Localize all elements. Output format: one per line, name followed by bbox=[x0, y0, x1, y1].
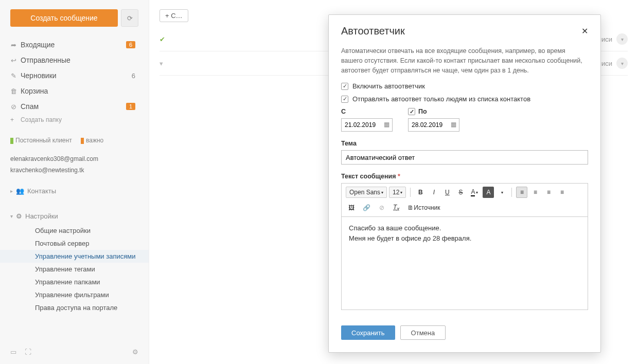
folder-list: ➦ Входящие 6 ↩ Отправленные ✎ Черновики … bbox=[0, 33, 149, 134]
source-button[interactable]: 🗎 Источник bbox=[405, 202, 442, 213]
bg-color-icon: A bbox=[486, 189, 490, 196]
chevron-down-icon: ▾ bbox=[10, 213, 13, 219]
tag-dot-icon bbox=[81, 138, 84, 144]
date-to-label-row: По bbox=[408, 108, 459, 115]
bg-color-dropdown[interactable]: ▾ bbox=[496, 187, 507, 198]
arrow-right-icon: ➦ bbox=[9, 41, 17, 49]
account-item[interactable]: elenakravcenko308@gmail.com bbox=[10, 153, 138, 165]
close-icon: ✕ bbox=[581, 27, 588, 35]
bg-color-button[interactable]: A bbox=[483, 187, 494, 198]
calendar-icon[interactable]: ▦ bbox=[451, 121, 456, 128]
contacts-only-label: Отправлять автоответ только людям из спи… bbox=[352, 95, 530, 103]
contacts-section-toggle[interactable]: ▸ 👥 Контакты bbox=[0, 183, 149, 199]
folder-trash[interactable]: 🗑 Корзина bbox=[0, 83, 149, 99]
account-item[interactable]: kravchenko@newtesting.tk bbox=[10, 165, 138, 176]
align-right-button[interactable]: ≡ bbox=[543, 187, 554, 198]
editor-toolbar: Open Sans ▾ 12 ▾ B I U S A▾ A▾ ≡ ≡ ≡ ≡ bbox=[342, 184, 588, 217]
folder-label: Входящие bbox=[21, 41, 126, 49]
gear-icon[interactable]: ⚙ bbox=[132, 348, 138, 356]
link-button[interactable]: 🔗 bbox=[360, 202, 373, 213]
folder-inbox[interactable]: ➦ Входящие 6 bbox=[0, 37, 149, 52]
enable-autoresponder-checkbox[interactable] bbox=[341, 83, 348, 90]
folder-drafts[interactable]: ✎ Черновики 6 bbox=[0, 68, 149, 83]
refresh-button[interactable]: ⟳ bbox=[121, 9, 138, 27]
settings-item-mailserver[interactable]: Почтовый сервер bbox=[0, 237, 149, 250]
bold-button[interactable]: B bbox=[415, 187, 426, 198]
settings-item-access[interactable]: Права доступа на портале bbox=[0, 301, 149, 314]
link-icon: 🔗 bbox=[363, 204, 370, 211]
chevron-right-icon: ▸ bbox=[10, 188, 13, 194]
caret-down-icon: ▾ bbox=[381, 190, 383, 195]
settings-item-tags[interactable]: Управление тегами bbox=[0, 263, 149, 276]
cancel-button[interactable]: Отмена bbox=[400, 325, 446, 340]
folder-sent[interactable]: ↩ Отправленные bbox=[0, 52, 149, 68]
settings-item-accounts[interactable]: Управление учетными записями bbox=[0, 250, 149, 263]
close-button[interactable]: ✕ bbox=[581, 26, 588, 36]
tag-item[interactable]: важно bbox=[81, 137, 103, 144]
tag-dot-icon bbox=[10, 138, 13, 144]
enable-autoresponder-label: Включить автоответчик bbox=[352, 82, 425, 90]
settings-item-folders[interactable]: Управление папками bbox=[0, 276, 149, 288]
folder-label: Черновики bbox=[21, 71, 132, 80]
gear-icon: ⚙ bbox=[16, 212, 22, 220]
align-center-button[interactable]: ≡ bbox=[529, 187, 541, 198]
folder-label: Отправленные bbox=[21, 56, 135, 64]
image-button[interactable]: 🖼 bbox=[346, 202, 357, 213]
autoresponder-modal: Автоответчик ✕ Автоматически отвечать на… bbox=[328, 14, 601, 353]
strike-icon: S bbox=[458, 189, 463, 196]
align-left-button[interactable]: ≡ bbox=[516, 187, 527, 198]
main-area: + С… ✔ 🗎 Настройка подписи ▾ ▾ 🗎 Настрой… bbox=[149, 0, 638, 364]
reply-icon: ↩ bbox=[9, 57, 17, 64]
settings-item-general[interactable]: Общие настройки bbox=[0, 224, 149, 237]
font-size-select[interactable]: 12 ▾ bbox=[389, 187, 406, 198]
font-family-select[interactable]: Open Sans ▾ bbox=[346, 187, 387, 198]
image-icon: 🖼 bbox=[348, 204, 355, 211]
settings-submenu: Общие настройки Почтовый сервер Управлен… bbox=[0, 224, 149, 314]
strike-button[interactable]: S bbox=[455, 187, 466, 198]
source-icon: 🗎 bbox=[407, 204, 414, 211]
tag-list: Постоянный клиент важно bbox=[0, 134, 149, 150]
body-label-row: Текст сообщения * bbox=[341, 173, 588, 180]
required-asterisk: * bbox=[398, 173, 400, 180]
calendar-icon[interactable]: ▦ bbox=[384, 121, 389, 128]
italic-button[interactable]: I bbox=[428, 187, 439, 198]
settings-section-toggle[interactable]: ▾ ⚙ Настройки bbox=[0, 208, 149, 224]
caret-down-icon: ▾ bbox=[400, 190, 402, 195]
save-button[interactable]: Сохранить bbox=[341, 325, 395, 340]
trash-icon: 🗑 bbox=[9, 87, 17, 95]
modal-title: Автоответчик bbox=[341, 25, 405, 37]
folder-spam[interactable]: ⊘ Спам 1 bbox=[0, 99, 149, 114]
font-family-value: Open Sans bbox=[349, 189, 380, 196]
date-to-label: По bbox=[418, 108, 427, 115]
expand-icon[interactable]: ⛶ bbox=[25, 348, 31, 356]
text-color-icon: A bbox=[471, 188, 475, 196]
chat-icon[interactable]: ▭ bbox=[10, 348, 16, 356]
text-color-button[interactable]: A▾ bbox=[468, 187, 481, 198]
plus-icon: + bbox=[10, 116, 14, 123]
contacts-only-checkbox[interactable] bbox=[341, 96, 348, 103]
clear-format-button[interactable]: Tx bbox=[391, 202, 402, 213]
folder-label: Спам bbox=[21, 102, 126, 111]
date-to-checkbox[interactable] bbox=[408, 108, 415, 115]
italic-icon: I bbox=[433, 189, 435, 196]
caret-down-icon: ▾ bbox=[476, 190, 478, 195]
date-from-label: С bbox=[341, 108, 393, 115]
body-label: Текст сообщения bbox=[341, 173, 396, 180]
compose-button[interactable]: Создать сообщение bbox=[10, 9, 118, 27]
add-folder-button[interactable]: + Создать папку bbox=[0, 114, 149, 130]
edit-icon: ✎ bbox=[9, 72, 17, 80]
editor-body[interactable]: Спасибо за ваше сообщение. Меня не будет… bbox=[342, 217, 588, 310]
unlink-icon: ⊘ bbox=[379, 204, 384, 211]
folder-label: Корзина bbox=[21, 87, 135, 95]
align-justify-button[interactable]: ≡ bbox=[556, 187, 568, 198]
add-folder-label: Создать папку bbox=[21, 116, 62, 123]
font-size-value: 12 bbox=[393, 189, 399, 196]
clear-format-icon: Tx bbox=[393, 204, 399, 212]
subject-input[interactable] bbox=[341, 150, 588, 165]
unlink-button[interactable]: ⊘ bbox=[376, 202, 387, 213]
settings-item-filters[interactable]: Управление фильтрами bbox=[0, 288, 149, 301]
bold-icon: B bbox=[418, 189, 423, 196]
contacts-label: Контакты bbox=[27, 187, 56, 195]
tag-item[interactable]: Постоянный клиент bbox=[10, 137, 72, 144]
underline-button[interactable]: U bbox=[441, 187, 453, 198]
